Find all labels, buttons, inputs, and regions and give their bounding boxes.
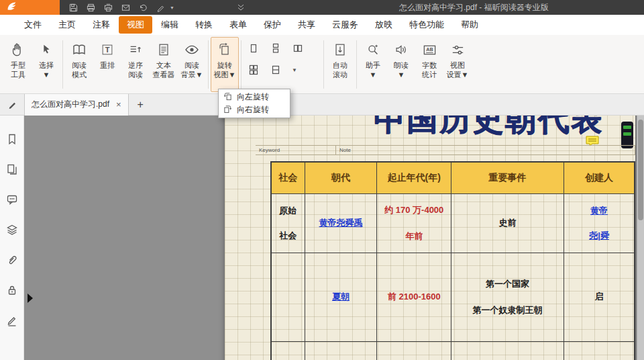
save-icon[interactable] bbox=[68, 3, 78, 13]
layout-dropdown-caret[interactable]: ▼ bbox=[292, 67, 297, 73]
pen-tool-icon[interactable] bbox=[156, 3, 166, 13]
scrollbar-thumb[interactable] bbox=[638, 120, 643, 220]
eye-icon bbox=[184, 41, 200, 58]
reflow-button[interactable]: T 重排 bbox=[93, 37, 121, 92]
menu-tab-convert[interactable]: 转换 bbox=[187, 16, 221, 34]
signature-pen-icon[interactable] bbox=[6, 314, 18, 326]
titlebar: ▼ 怎么面对高中学习.pdf - 福昕阅读器专业版 bbox=[0, 0, 644, 15]
read-aloud-label: 朗读 ▼ bbox=[394, 60, 409, 79]
cell-founder: 汤 bbox=[564, 341, 635, 360]
document-area: 中国历史朝代表 Keyword Note 社会 朝代 起止年代(年) 重 bbox=[24, 116, 644, 360]
bookmark-icon[interactable] bbox=[6, 133, 18, 145]
tab-close-icon[interactable]: × bbox=[116, 100, 121, 109]
cell-society bbox=[271, 253, 305, 341]
note-label: Note bbox=[336, 146, 635, 154]
facing-page-icon[interactable] bbox=[292, 42, 304, 54]
cell-founder: 启 bbox=[564, 253, 635, 341]
table-header-row: 社会 朝代 起止年代(年) 重要事件 创建人 bbox=[271, 162, 635, 193]
cell-events: 武丁中兴，文字接近成熟 bbox=[451, 341, 564, 360]
word-count-button[interactable]: AB 字数 统计 bbox=[415, 37, 443, 92]
cell-dynasty-link[interactable]: 黄帝尧舜禹 bbox=[305, 193, 377, 253]
auto-scroll-button[interactable]: 自动 滚动 bbox=[326, 37, 354, 92]
select-tool-label: 选择 ▼ bbox=[39, 60, 54, 79]
layers-icon[interactable] bbox=[6, 224, 18, 236]
page-thumbnails-icon[interactable] bbox=[6, 163, 18, 175]
cell-events: 第一个国家 第一个奴隶制王朝 bbox=[451, 253, 564, 341]
cell-dynasty-link[interactable]: 商朝 bbox=[305, 341, 377, 360]
dynasty-table: 社会 朝代 起止年代(年) 重要事件 创建人 原始 社会 黄帝尧舜禹 约 170… bbox=[270, 161, 635, 360]
select-cursor-icon bbox=[39, 41, 54, 58]
rotate-left-label: 向左旋转 bbox=[237, 91, 269, 103]
menu-tab-slideshow[interactable]: 放映 bbox=[367, 16, 400, 34]
menu-tab-edit[interactable]: 编辑 bbox=[153, 16, 186, 34]
assistant-magnifier-icon bbox=[366, 41, 380, 58]
menu-item-rotate-right[interactable]: 向右旋转 bbox=[219, 103, 290, 116]
cell-events: 史前 bbox=[451, 193, 564, 253]
mail-icon[interactable] bbox=[121, 3, 131, 13]
ribbon-separator bbox=[241, 40, 241, 89]
hand-tool-button[interactable]: 手型 工具 bbox=[4, 37, 32, 92]
menu-tab-comment[interactable]: 注释 bbox=[85, 16, 118, 34]
text-viewer-button[interactable]: 文本 查看器 bbox=[150, 37, 178, 92]
continuous-page-icon[interactable] bbox=[270, 42, 282, 54]
text-viewer-icon bbox=[156, 41, 171, 58]
rotate-view-button[interactable]: 旋转 视图▼ bbox=[211, 37, 239, 92]
quick-print-icon[interactable] bbox=[103, 3, 113, 13]
split-view-icon[interactable] bbox=[270, 64, 282, 76]
menu-tab-form[interactable]: 表单 bbox=[221, 16, 255, 34]
view-settings-icon bbox=[450, 41, 466, 58]
menu-tab-file[interactable]: 文件 bbox=[16, 16, 50, 34]
view-settings-label: 视图 设置▼ bbox=[447, 60, 469, 79]
menu-tab-features[interactable]: 特色功能 bbox=[401, 16, 452, 34]
word-count-icon: AB bbox=[422, 41, 437, 58]
undo-icon[interactable] bbox=[138, 3, 148, 13]
ribbon-collapse-icon[interactable] bbox=[236, 3, 246, 13]
table-row: 奴 商朝 前 1600-1100 武丁中兴，文字接近成熟 汤 bbox=[271, 341, 635, 360]
vertical-scrollbar[interactable] bbox=[637, 116, 644, 360]
menu-tab-home[interactable]: 主页 bbox=[50, 16, 84, 34]
ribbon-separator bbox=[208, 40, 209, 89]
document-tab-bar: 怎么面对高中学习.pdf × + bbox=[0, 94, 644, 116]
security-lock-icon[interactable] bbox=[6, 284, 18, 296]
single-page-icon[interactable] bbox=[248, 42, 260, 54]
hand-tool-label: 手型 工具 bbox=[11, 60, 25, 79]
document-tab-label: 怎么面对高中学习.pdf bbox=[32, 99, 109, 110]
cell-founder-link[interactable]: 黄帝 尧|舜 bbox=[564, 193, 635, 253]
continuous-facing-icon[interactable] bbox=[248, 64, 260, 76]
reverse-reading-button[interactable]: 逆序 阅读 bbox=[121, 37, 150, 92]
rotate-right-icon bbox=[223, 105, 232, 116]
assistant-label: 助手 ▼ bbox=[366, 60, 380, 79]
foxit-logo bbox=[0, 0, 60, 15]
reading-background-label: 阅读 背景▼ bbox=[181, 60, 203, 79]
cell-dynasty-link[interactable]: 夏朝 bbox=[305, 253, 377, 341]
select-tool-button[interactable]: 选择 ▼ bbox=[32, 37, 60, 92]
panel-expand-arrow[interactable] bbox=[28, 294, 33, 303]
read-aloud-button[interactable]: 朗读 ▼ bbox=[387, 37, 415, 92]
new-tab-button[interactable]: + bbox=[138, 99, 144, 111]
rotate-left-icon bbox=[223, 92, 232, 103]
cell-period: 前 1600-1100 bbox=[377, 341, 451, 360]
pencil-icon[interactable] bbox=[0, 99, 24, 109]
keyword-label: Keyword bbox=[256, 146, 336, 154]
read-mode-button[interactable]: 阅读 模式 bbox=[65, 37, 93, 92]
cell-society: 原始 社会 bbox=[271, 193, 305, 253]
view-settings-button[interactable]: 视图 设置▼ bbox=[443, 37, 472, 92]
assistant-button[interactable]: 助手 ▼ bbox=[359, 37, 387, 92]
reading-background-button[interactable]: 阅读 背景▼ bbox=[178, 37, 206, 92]
document-tab[interactable]: 怎么面对高中学习.pdf × bbox=[24, 94, 129, 116]
print-icon[interactable] bbox=[86, 3, 96, 13]
ribbon-separator bbox=[62, 40, 63, 89]
menu-item-rotate-left[interactable]: 向左旋转 bbox=[219, 91, 290, 103]
rotate-view-label: 旋转 视图▼ bbox=[214, 60, 236, 79]
menu-tab-help[interactable]: 帮助 bbox=[453, 16, 486, 34]
comments-icon[interactable] bbox=[6, 193, 18, 206]
menu-tab-view[interactable]: 视图 bbox=[119, 16, 152, 34]
page-title: 中国历史朝代表 bbox=[374, 116, 604, 134]
menu-tab-cloud[interactable]: 云服务 bbox=[324, 16, 366, 34]
reflow-icon: T bbox=[100, 41, 115, 58]
menu-tab-share[interactable]: 共享 bbox=[290, 16, 323, 34]
menu-tab-protect[interactable]: 保护 bbox=[256, 16, 289, 34]
foxit-bird-icon bbox=[6, 1, 17, 15]
attachment-paperclip-icon[interactable] bbox=[6, 254, 18, 266]
qat-customize-caret[interactable]: ▼ bbox=[170, 5, 174, 10]
